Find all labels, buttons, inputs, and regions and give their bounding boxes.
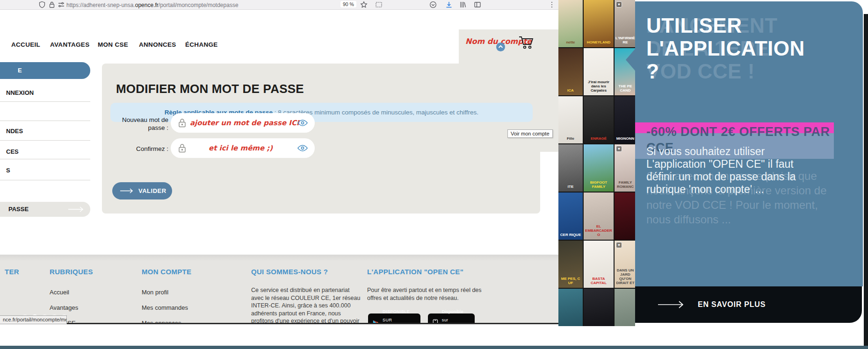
movie-poster[interactable]: DANS UN JARD QU'ON DIRAIT ÉT♥ <box>615 241 635 288</box>
movie-poster[interactable]: BASTA CAPITAL <box>584 241 614 288</box>
shield-icon[interactable] <box>38 1 46 8</box>
movie-poster[interactable]: FAMILY ROMANC♥ <box>615 144 635 192</box>
submit-button[interactable]: VALIDER <box>112 182 172 199</box>
nav-item-avantages[interactable]: AVANTAGES <box>50 41 89 48</box>
hero-body-text: Si vous souhaitez utiliser L'application… <box>646 145 811 196</box>
movie-poster[interactable]: ENRAGÉ <box>584 96 614 143</box>
hero-title: UTILISERL'APPLICATION? <box>646 14 805 83</box>
movie-poster[interactable]: IP MAN <box>584 289 614 326</box>
divider <box>0 140 90 141</box>
webpage-viewport: ACCUEILAVANTAGESMON CSEANNONCESÉCHANGE E… <box>0 10 559 324</box>
movie-poster[interactable] <box>615 192 635 240</box>
footer-quisommes-header: QUI SOMMES-NOUS ? <box>251 268 328 276</box>
poster-title: HONEYLAND <box>585 40 613 44</box>
movie-poster[interactable]: CER RIQUE <box>558 192 583 240</box>
nav-item-échange[interactable]: ÉCHANGE <box>185 41 218 48</box>
pocket-icon[interactable] <box>429 1 437 8</box>
cta-label: EN SAVOIR PLUS <box>698 300 766 309</box>
bookmark-star-icon[interactable] <box>360 1 368 8</box>
divider <box>0 121 90 121</box>
footer-link-avantages[interactable]: Avantages <box>50 304 78 311</box>
confirm-password-field[interactable]: et ici le même ;) <box>171 138 315 158</box>
movie-poster[interactable]: J'irai mourir dans les Carpates <box>584 48 614 95</box>
confirm-password-label: Confirmez : <box>112 145 168 153</box>
movie-poster[interactable]: ICA <box>558 48 583 95</box>
zoom-level-badge[interactable]: 90 % <box>340 1 356 7</box>
divider <box>0 101 90 102</box>
download-icon[interactable] <box>445 1 453 8</box>
sidebar-item-active[interactable]: E <box>0 62 90 79</box>
footer-link-accueil[interactable]: Accueil <box>50 289 69 296</box>
show-password-icon[interactable] <box>297 143 308 153</box>
app-store-badge[interactable]: Disponible surApp Store <box>428 313 475 323</box>
page-title: MODIFIER MON MOT DE PASSE <box>116 82 304 96</box>
nav-item-accueil[interactable]: ACCUEIL <box>11 41 40 48</box>
lock-icon <box>178 118 186 128</box>
arrow-right-icon <box>658 300 685 309</box>
nav-item-mon-cse[interactable]: MON CSE <box>98 41 128 48</box>
google-play-badge[interactable]: DISPONIBLE SURGoogle Play <box>368 313 420 323</box>
movie-poster[interactable]: Fille <box>558 96 583 143</box>
new-password-field[interactable]: ajouter un mot de passe ICI <box>171 113 315 133</box>
poster-title: Fille <box>559 136 582 141</box>
favorite-heart-icon[interactable]: ♥ <box>616 242 622 248</box>
movie-poster[interactable]: ME PES, C UF <box>558 241 583 288</box>
en-savoir-plus-button[interactable]: EN SAVOIR PLUS <box>635 286 862 323</box>
poster-title: ITE <box>559 185 582 189</box>
screenshot-root: https://adherent-snep-unsa.opence.fr/por… <box>0 0 868 349</box>
permissions-icon[interactable] <box>58 1 65 8</box>
carousel-prev-icon[interactable] <box>625 47 637 73</box>
hero-panel: LANCEMENTDE LA 1EREVOD CCE ! UTILISERL'A… <box>635 1 863 286</box>
cart-icon[interactable] <box>518 35 534 50</box>
confirm-password-hint: et ici le même ;) <box>209 144 273 152</box>
footer-moncompte-header: MON COMPTE <box>142 268 191 276</box>
arrow-right-icon <box>120 188 134 194</box>
tooltip: Voir mon compte <box>507 129 553 138</box>
url-bar[interactable]: https://adherent-snep-unsa.opence.fr/por… <box>66 2 239 8</box>
favorite-heart-icon[interactable]: ♥ <box>616 146 622 152</box>
movie-poster[interactable]: E FEMME <box>558 289 583 326</box>
lock-icon <box>178 143 186 153</box>
library-icon[interactable] <box>459 1 466 8</box>
movie-poster[interactable]: EL EMBARCADERO <box>584 192 614 240</box>
overflow-menu-icon[interactable] <box>548 1 556 8</box>
vod-poster-collage: netteHONEYLANDL'INFIRMIÈRE♥ICAJ'irai mou… <box>558 0 635 326</box>
sidebar-item-mot-de-passe[interactable]: PASSE <box>0 202 90 217</box>
movie-poster[interactable]: BIGFOOT FAMILY <box>584 144 614 192</box>
sidebar-pass-label: PASSE <box>8 206 29 213</box>
footer-application-header: L'APPLICATION "OPEN CE" <box>367 268 463 276</box>
sidebar-item-commandes[interactable]: NDES <box>6 128 23 135</box>
poster-title: CER RIQUE <box>559 233 582 237</box>
divider <box>0 159 90 159</box>
nav-item-annonces[interactable]: ANNONCES <box>139 41 176 48</box>
movie-poster[interactable]: nette <box>558 0 583 47</box>
favorite-heart-icon[interactable]: ♥ <box>616 1 622 7</box>
footer: TER RUBRIQUES MON COMPTE QUI SOMMES-NOUS… <box>0 255 559 323</box>
sidebar-item-annonces[interactable]: CES <box>6 148 19 155</box>
footer-link-mon-profil[interactable]: Mon profil <box>142 289 168 296</box>
sidebar-toggle-icon[interactable] <box>474 1 481 8</box>
movie-poster[interactable]: MIGNONN <box>615 96 635 143</box>
screenshot-tool-icon[interactable] <box>375 1 383 8</box>
sidebar-active-label: E <box>18 67 22 74</box>
sidebar-item-connexion[interactable]: NNEXION <box>6 89 34 96</box>
arrow-right-icon <box>68 206 84 213</box>
footer-link-mes-commandes[interactable]: Mes commandes <box>142 304 188 311</box>
movie-poster[interactable]: HONEYLAND <box>584 0 614 47</box>
footer-rubriques-header: RUBRIQUES <box>50 268 93 276</box>
new-password-hint: ajouter un mot de passe ICI <box>190 119 299 127</box>
poster-title: BIGFOOT FAMILY <box>585 180 613 189</box>
movie-poster[interactable]: ITE <box>558 144 583 192</box>
window-bottom-edge <box>0 323 559 324</box>
sidebar-item-favoris[interactable]: S <box>6 167 10 174</box>
poster-title: FAMILY ROMANC <box>615 180 635 189</box>
footer-about-text: Ce service est distribué en partenariat … <box>251 286 361 323</box>
movie-poster[interactable]: madre <box>615 289 635 326</box>
poster-title: EL EMBARCADERO <box>585 224 613 237</box>
poster-title: MIGNONN <box>615 136 635 141</box>
lock-icon[interactable] <box>48 1 56 8</box>
chevron-up-icon[interactable] <box>496 43 505 51</box>
movie-poster[interactable]: L'INFIRMIÈRE♥ <box>615 0 635 47</box>
poster-title: J'irai mourir dans les Carpates <box>585 80 613 93</box>
show-password-icon[interactable] <box>297 118 308 128</box>
